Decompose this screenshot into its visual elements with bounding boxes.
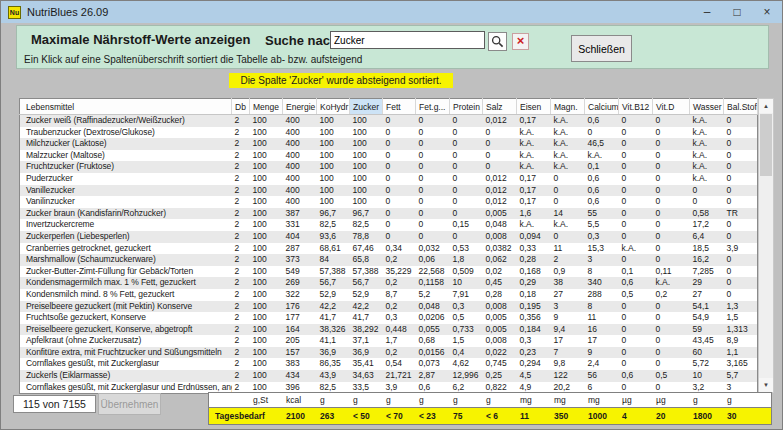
table-row[interactable]: Invertzuckercreme210033182,582,5000,150,… — [20, 219, 758, 231]
food-name-cell: Traubenzucker (Dextrose/Glukose) — [20, 127, 232, 139]
daily-value-cell: 350 — [551, 408, 585, 424]
column-header-calcium[interactable]: Calcium — [585, 99, 619, 115]
column-header-fetg[interactable]: Fet.g... — [416, 99, 450, 115]
value-cell: 2 — [232, 254, 250, 266]
table-row[interactable]: Malzzucker (Maltose)21004001001000000k.A… — [20, 150, 758, 162]
column-header-eisen[interactable]: Eisen — [517, 99, 551, 115]
table-row[interactable]: Milchzucker (Laktose)21004001001000000k.… — [20, 138, 758, 150]
value-cell: 0,17 — [517, 115, 551, 127]
value-cell: 0 — [416, 185, 450, 197]
table-row[interactable]: Cornflakes gesüßt, mit Zuckerglasur21003… — [20, 358, 758, 370]
value-cell: 0,17 — [517, 185, 551, 197]
value-cell: k.A. — [517, 150, 551, 162]
units-row: g,Stkcalggggggmgmgmgµgµggg — [209, 393, 771, 408]
value-cell: 0 — [619, 196, 653, 208]
value-cell: 0 — [416, 173, 450, 185]
column-header-vitb12[interactable]: Vit.B12 — [619, 99, 653, 115]
food-name-cell: Kondensmilch mind. 8 % Fett, gezuckert — [20, 289, 232, 301]
table-row[interactable]: Preiselbeere gezuckert, Konserve, abgetr… — [20, 324, 758, 336]
table-row[interactable]: Traubenzucker (Dextrose/Glukose)21004001… — [20, 127, 758, 139]
unit-cell: g — [690, 393, 724, 407]
column-header-kohydr[interactable]: KoHydr — [317, 99, 350, 115]
value-cell: k.A. — [551, 219, 585, 231]
table-row[interactable]: Fruchtsoße gezuckert, Konserve210017741,… — [20, 312, 758, 324]
column-header-protein[interactable]: Protein — [450, 99, 483, 115]
apply-button[interactable]: Übernehmen — [98, 393, 161, 415]
column-header-db[interactable]: Db — [232, 99, 250, 115]
value-cell: 0,5 — [653, 370, 690, 382]
value-cell: 0 — [551, 196, 585, 208]
value-cell: 0,6 — [585, 115, 619, 127]
table-row[interactable]: Kondensmagermilch max. 1 % Fett, gezucke… — [20, 277, 758, 289]
table-row[interactable]: Zuckerperlen (Liebesperlen)210040493,678… — [20, 231, 758, 243]
value-cell: 0 — [416, 219, 450, 231]
value-cell: 0 — [690, 185, 724, 197]
scroll-up-arrow-icon[interactable]: ▲ — [759, 99, 773, 113]
value-cell: 0 — [450, 185, 483, 197]
table-row[interactable]: Preiselbeere gezuckert (mit Pektin) Kons… — [20, 301, 758, 313]
value-cell: 373 — [283, 254, 317, 266]
column-header-vitd[interactable]: Vit.D — [653, 99, 690, 115]
value-cell: 0 — [483, 127, 517, 139]
value-cell: 46,5 — [585, 138, 619, 150]
vertical-scrollbar[interactable]: ▲ ▼ — [758, 98, 774, 393]
column-header-fett[interactable]: Fett — [383, 99, 416, 115]
value-cell: 38 — [551, 277, 585, 289]
value-cell: 96,7 — [350, 208, 383, 220]
food-name-cell: Fruchtzucker (Fruktose) — [20, 161, 232, 173]
value-cell: 0,048 — [483, 219, 517, 231]
clear-search-button[interactable]: × — [512, 33, 529, 50]
search-input[interactable] — [330, 31, 485, 49]
value-cell: 0,1158 — [416, 277, 450, 289]
table-row[interactable]: Zucker-Butter-Zimt-Füllung für Gebäck/To… — [20, 266, 758, 278]
column-header-menge[interactable]: Menge — [250, 99, 283, 115]
column-header-lebensmittel[interactable]: Lebensmittel — [20, 99, 232, 115]
table-row[interactable]: Marshmallow (Schaumzuckerware)2100373846… — [20, 254, 758, 266]
value-cell: 100 — [317, 161, 350, 173]
value-cell: 100 — [250, 243, 283, 255]
column-header-balstof[interactable]: Bal.Stof — [724, 99, 758, 115]
table-row[interactable]: Cranberries getrocknet, gezuckert2100287… — [20, 243, 758, 255]
value-cell: 57,388 — [350, 266, 383, 278]
value-cell: 400 — [283, 115, 317, 127]
table-row[interactable]: Vanilinzucker21004001001000000,0120,1700… — [20, 196, 758, 208]
table-row[interactable]: Zucker weiß (Raffinadezucker/Weißzucker)… — [20, 115, 758, 127]
value-cell: 157 — [283, 347, 317, 359]
value-cell: k.A. — [619, 243, 653, 255]
table-row[interactable]: Fruchtzucker (Fruktose)21004001001000000… — [20, 161, 758, 173]
value-cell: 56,7 — [350, 277, 383, 289]
table-row[interactable]: Kondensmilch mind. 8 % Fett, gezuckert21… — [20, 289, 758, 301]
column-header-zucker[interactable]: Zucker — [350, 99, 383, 115]
value-cell: 400 — [283, 150, 317, 162]
value-cell: 0 — [619, 150, 653, 162]
value-cell: 15,3 — [585, 243, 619, 255]
column-header-magn[interactable]: Magn. — [551, 99, 585, 115]
column-header-salz[interactable]: Salz — [483, 99, 517, 115]
value-cell: 0,1 — [585, 161, 619, 173]
value-cell: 0,094 — [517, 231, 551, 243]
table-row[interactable]: Puderzucker21004001001000000,0120,1700,6… — [20, 173, 758, 185]
value-cell: 6,4 — [690, 231, 724, 243]
food-name-cell: Apfelkraut (ohne Zuckerzusatz) — [20, 335, 232, 347]
value-cell: 0 — [416, 150, 450, 162]
value-cell: 100 — [350, 115, 383, 127]
scroll-down-arrow-icon[interactable]: ▼ — [759, 378, 773, 392]
value-cell: 41,1 — [317, 335, 350, 347]
minimize-button[interactable]: – — [692, 1, 722, 23]
close-window-button[interactable]: × — [752, 1, 782, 23]
table-row[interactable]: Konfitüre extra, mit Fruchtzucker und Sü… — [20, 347, 758, 359]
food-name-cell: Preiselbeere gezuckert, Konserve, abgetr… — [20, 324, 232, 336]
search-button[interactable] — [488, 32, 507, 51]
table-row[interactable]: Vanillezucker21004001001000000,0120,1700… — [20, 185, 758, 197]
column-header-energie[interactable]: Energie — [283, 99, 317, 115]
table-row[interactable]: Apfelkraut (ohne Zuckerzusatz)210020541,… — [20, 335, 758, 347]
scrollbar-thumb[interactable] — [760, 114, 772, 176]
value-cell: 400 — [283, 185, 317, 197]
close-button[interactable]: Schließen — [571, 35, 632, 62]
column-header-wasser[interactable]: Wasser — [690, 99, 724, 115]
table-row[interactable]: Zucker braun (Kandisfarin/Rohzucker)2100… — [20, 208, 758, 220]
maximize-button[interactable]: □ — [722, 1, 752, 23]
table-row[interactable]: Zuckerls (Eiklarmasse)210043443,934,6321… — [20, 370, 758, 382]
daily-value-cell: 4 — [619, 408, 653, 424]
value-cell: 0 — [653, 185, 690, 197]
